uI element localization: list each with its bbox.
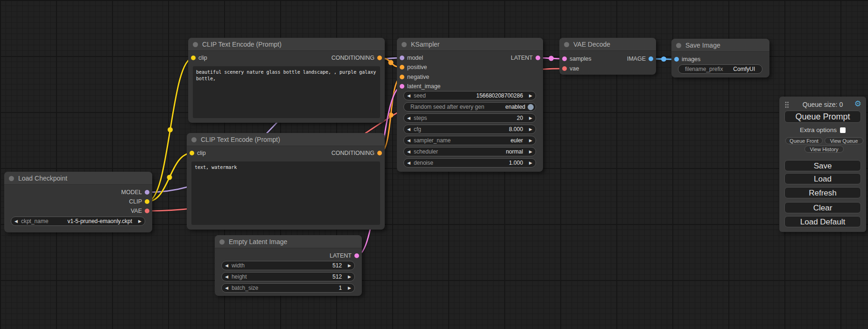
prev-arrow-icon[interactable]: ◀ [11,217,21,225]
node-clip-text-encode-negative[interactable]: CLIP Text Encode (Prompt) clip CONDITION… [187,133,385,230]
batch-size-widget[interactable]: ◀ batch_size 1 ▶ [221,283,355,293]
input-slot-vae[interactable]: vae [559,64,656,73]
output-slot-conditioning[interactable]: CONDITIONING [187,149,385,157]
vae-input-dot[interactable] [562,66,567,71]
output-slot-conditioning[interactable]: CONDITIONING [188,54,385,62]
denoise-widget[interactable]: ◀ denoise 1.000 ▶ [403,158,536,168]
node-title-bar[interactable]: KSampler [397,38,543,51]
conditioning-output-dot[interactable] [377,151,382,155]
collapse-dot-icon[interactable] [402,42,407,47]
latent-image-input-dot[interactable] [400,84,404,89]
negative-prompt-textarea[interactable]: text, watermark [191,161,380,225]
load-default-button[interactable]: Load Default [784,216,861,227]
extra-options-checkbox[interactable] [840,127,846,133]
input-slot-positive[interactable]: positive [397,63,543,71]
output-slot-clip[interactable]: CLIP [4,197,152,206]
save-button[interactable]: Save [784,160,861,171]
seed-widget[interactable]: ◀ seed 156680208700286 ▶ [403,91,536,100]
latent-output-dot[interactable] [536,56,540,60]
vae-output-dot[interactable] [145,209,149,213]
latent-output-dot[interactable] [354,253,359,258]
queue-front-button[interactable]: Queue Front [785,137,823,144]
conditioning-output-dot[interactable] [377,56,382,60]
collapse-dot-icon[interactable] [9,176,14,181]
ckpt-name-widget[interactable]: ◀ ckpt_name v1-5-pruned-emaonly.ckpt ▶ [11,217,145,226]
output-slot-model[interactable]: MODEL [4,188,152,196]
prev-arrow-icon[interactable]: ◀ [404,114,414,122]
image-link-midpoint-dot[interactable] [661,56,666,62]
random-seed-toggle-widget[interactable]: Random seed after every gen enabled [403,102,536,112]
node-clip-text-encode-positive[interactable]: CLIP Text Encode (Prompt) clip CONDITION… [188,38,385,123]
prev-arrow-icon[interactable]: ◀ [222,261,232,270]
collapse-dot-icon[interactable] [564,42,569,47]
input-slot-images[interactable]: images [671,55,769,63]
node-save-image[interactable]: Save Image images filename_prefix ComfyU… [671,39,769,77]
negative-input-dot[interactable] [400,75,404,79]
node-title-bar[interactable]: CLIP Text Encode (Prompt) [187,133,385,146]
node-load-checkpoint[interactable]: Load Checkpoint MODEL CLIP VAE ◀ ckpt_na… [4,172,152,232]
drag-handle-icon[interactable] [785,101,789,108]
height-widget[interactable]: ◀ height 512 ▶ [221,272,355,281]
positive-prompt-textarea[interactable]: beautiful scenery nature glass bottle la… [193,66,380,118]
output-slot-vae[interactable]: VAE [4,207,152,215]
cfg-widget[interactable]: ◀ cfg 8.000 ▶ [403,125,536,134]
node-title-bar[interactable]: VAE Decode [559,38,656,51]
next-arrow-icon[interactable]: ▶ [526,159,536,167]
clear-button[interactable]: Clear [784,202,861,213]
prev-arrow-icon[interactable]: ◀ [404,91,414,100]
view-queue-button[interactable]: View Queue [825,137,863,144]
images-input-dot[interactable] [674,57,679,62]
model-output-dot[interactable] [145,190,149,195]
scheduler-widget[interactable]: ◀ scheduler normal ▶ [403,147,536,156]
positive-conditioning-link-midpoint-dot[interactable] [388,60,394,65]
sampled-latent-link-midpoint-dot[interactable] [549,56,554,61]
node-ksampler[interactable]: KSampler model LATENT positive negative … [397,38,543,172]
input-slot-latent-image[interactable]: latent_image [397,82,543,91]
prev-arrow-icon[interactable]: ◀ [404,147,414,156]
width-widget[interactable]: ◀ width 512 ▶ [221,261,355,270]
output-slot-latent[interactable]: LATENT [215,252,362,260]
prev-arrow-icon[interactable]: ◀ [222,273,232,281]
image-output-dot[interactable] [649,56,653,61]
prev-arrow-icon[interactable]: ◀ [404,125,414,133]
next-arrow-icon[interactable]: ▶ [526,147,536,156]
node-title-bar[interactable]: CLIP Text Encode (Prompt) [188,38,385,51]
next-arrow-icon[interactable]: ▶ [526,114,536,122]
input-slot-negative[interactable]: negative [397,73,543,81]
load-button[interactable]: Load [784,173,861,184]
settings-gear-icon[interactable]: ⚙ [854,99,861,109]
positive-input-dot[interactable] [400,65,404,70]
view-history-button[interactable]: View History [804,146,844,153]
sampler-name-widget[interactable]: ◀ sampler_name euler ▶ [403,136,536,145]
toggle-knob[interactable] [528,104,534,110]
collapse-dot-icon[interactable] [191,137,197,142]
node-title-bar[interactable]: Save Image [671,39,769,52]
filename-prefix-widget[interactable]: filename_prefix ComfyUI [678,64,762,74]
next-arrow-icon[interactable]: ▶ [526,125,536,133]
next-arrow-icon[interactable]: ▶ [345,284,354,292]
node-vae-decode[interactable]: VAE Decode samples IMAGE vae [559,38,656,75]
collapse-dot-icon[interactable] [676,43,681,48]
prev-arrow-icon[interactable]: ◀ [222,284,232,292]
output-slot-image[interactable]: IMAGE [559,55,656,63]
collapse-dot-icon[interactable] [219,239,225,245]
refresh-button[interactable]: Refresh [784,187,861,198]
queue-prompt-button[interactable]: Queue Prompt [784,111,861,123]
comfyui-canvas[interactable]: Load Checkpoint MODEL CLIP VAE ◀ ckpt_na… [0,0,868,329]
next-arrow-icon[interactable]: ▶ [345,273,354,281]
node-title-bar[interactable]: Load Checkpoint [4,172,152,185]
output-slot-latent[interactable]: LATENT [397,54,543,62]
clip-output-dot[interactable] [145,199,149,204]
clip-to-negative-link-midpoint-dot[interactable] [167,175,172,180]
clip-to-positive-link-midpoint-dot[interactable] [168,127,173,133]
next-arrow-icon[interactable]: ▶ [526,136,536,145]
node-title-bar[interactable]: Empty Latent Image [215,235,362,248]
prev-arrow-icon[interactable]: ◀ [404,136,414,145]
collapse-dot-icon[interactable] [193,42,198,47]
next-arrow-icon[interactable]: ▶ [526,91,536,100]
prev-arrow-icon[interactable]: ◀ [404,159,414,167]
next-arrow-icon[interactable]: ▶ [135,217,145,225]
next-arrow-icon[interactable]: ▶ [345,261,354,270]
steps-widget[interactable]: ◀ steps 20 ▶ [403,113,536,123]
node-empty-latent-image[interactable]: Empty Latent Image LATENT ◀ width 512 ▶ … [215,235,362,296]
